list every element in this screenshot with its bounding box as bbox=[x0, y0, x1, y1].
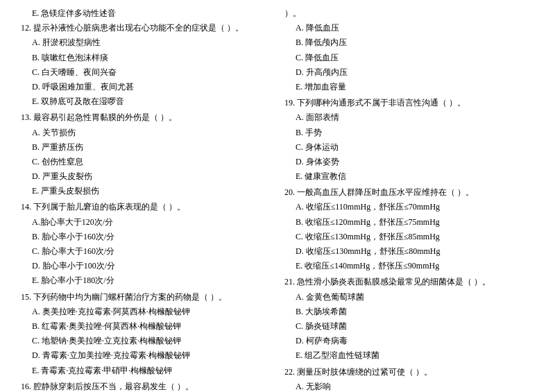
question-12: 12. 提示补液性心脏病患者出现右心功能不全的症状是（ ）。 A. 肝淤积波型病… bbox=[21, 22, 271, 108]
list-item: E. 青霉素·克拉霉素·甲硝甲·枸橼酸铋钾 bbox=[21, 364, 271, 377]
question-19: 19. 下列哪种沟通形式不属于非语言性沟通（ ）。 A. 面部表情 B. 手势 … bbox=[284, 96, 534, 183]
left-column: E. 急镁症伴多动性述音 12. 提示补液性心脏病患者出现右心功能不全的症状是（… bbox=[21, 7, 278, 392]
list-item: A. 金黄色葡萄球菌 bbox=[284, 291, 534, 304]
question-21: 21. 急性滑小肠炎表面黏膜感染最常见的细菌体是（ ）。 A. 金黄色葡萄球菌 … bbox=[284, 275, 534, 362]
continuation-text: ）。 bbox=[284, 7, 534, 20]
list-item: E. 胎心率小于180次/分 bbox=[21, 274, 271, 287]
list-item: D. 身体姿势 bbox=[284, 155, 534, 169]
list-item: E. 健康宣教信 bbox=[284, 170, 534, 183]
list-item: A.胎心率大于120次/分 bbox=[21, 216, 271, 229]
list-item: E. 急镁症伴多动性述音 bbox=[21, 7, 271, 20]
question-text: 13. 最容易引起急性胃黏膜的外伤是（ ）。 bbox=[21, 111, 271, 124]
question-text: 20. 一般高血压人群降压时血压水平应维持在（ ）。 bbox=[284, 186, 534, 199]
list-item: B. 大肠埃希菌 bbox=[284, 305, 534, 318]
list-item: E. 增加血容量 bbox=[284, 80, 534, 94]
question-16: 16. 腔静脉穿刺后按压不当，最容易发生（ ）。 A. 血栓 B. 局部血肿 C… bbox=[21, 380, 271, 392]
q18-options: A. 降低血压 B. 降低颅内压 C. 降低血压 D. 升高颅内压 E. 增加血… bbox=[284, 22, 534, 94]
list-item: A. 面部表情 bbox=[284, 111, 534, 124]
list-item: D. 胎心率小于100次/分 bbox=[21, 259, 271, 273]
question-15: 15. 下列药物中均为幽门螺杆菌治疗方案的药物是（ ）。 A. 奥美拉唑·克拉霉… bbox=[21, 291, 271, 377]
list-item: D. 呼吸困难加重、夜间尤甚 bbox=[21, 80, 271, 94]
question-text: 14. 下列属于胎儿窘迫的临床表现的是（ ）。 bbox=[21, 201, 271, 214]
question-text: 22. 测量压时肢体缠绕的过紧可使（ ）。 bbox=[284, 366, 534, 379]
list-item: B. 红霉素·奥美拉唑·何莫西林·枸橼酸铋钾 bbox=[21, 320, 271, 333]
list-item: D. 收缩压≤130mmHg，舒张压≤80mmHg bbox=[284, 245, 534, 258]
list-item: E. 双肺底可及散在湿啰音 bbox=[21, 95, 271, 108]
question-13: 13. 最容易引起急性胃黏膜的外伤是（ ）。 A. 关节损伤 B. 严重挤压伤 … bbox=[21, 111, 271, 198]
question-20: 20. 一般高血压人群降压时血压水平应维持在（ ）。 A. 收缩压≤110mmH… bbox=[284, 186, 534, 273]
question-text: 15. 下列药物中均为幽门螺杆菌治疗方案的药物是（ ）。 bbox=[21, 291, 271, 304]
list-item: D. 严重头皮裂伤 bbox=[21, 170, 271, 183]
list-item: A. 关节损伤 bbox=[21, 126, 271, 139]
list-item: E. 组乙型溶血性链球菌 bbox=[284, 349, 534, 362]
list-item: C. 肠炎链球菌 bbox=[284, 320, 534, 333]
list-item: C. 胎心率大于160次/分 bbox=[21, 245, 271, 258]
question-text: 19. 下列哪种沟通形式不属于非语言性沟通（ ）。 bbox=[284, 96, 534, 110]
question-text: 12. 提示补液性心脏病患者出现右心功能不全的症状是（ ）。 bbox=[21, 22, 271, 35]
list-item: B. 严重挤压伤 bbox=[21, 141, 271, 154]
list-item: D. 青霉素·立加美拉唑·克拉霉素·枸橼酸铋钾 bbox=[21, 349, 271, 362]
list-item: E. 收缩压≤140mmHg，舒张压≤90mmHg bbox=[284, 259, 534, 273]
list-item: C. 降低血压 bbox=[284, 51, 534, 65]
list-item: C. 地塑钠·奥美拉唑·立克拉素·枸橼酸铋钾 bbox=[21, 334, 271, 348]
question-14: 14. 下列属于胎儿窘迫的临床表现的是（ ）。 A.胎心率大于120次/分 B.… bbox=[21, 201, 271, 287]
right-column: ）。 A. 降低血压 B. 降低颅内压 C. 降低血压 D. 升高颅内压 E. … bbox=[278, 7, 534, 392]
list-item: B. 手势 bbox=[284, 126, 534, 139]
list-item: C. 身体运动 bbox=[284, 141, 534, 154]
list-item: C. 收缩压≤130mmHg，舒张压≤85mmHg bbox=[284, 230, 534, 244]
list-item: B. 咳嗽红色泡沫样痰 bbox=[21, 51, 271, 65]
list-item: C. 白天嗜睡、夜间兴奋 bbox=[21, 66, 271, 79]
list-item: C. 创伤性窒息 bbox=[21, 155, 271, 169]
list-item: E. 严重头皮裂损伤 bbox=[21, 185, 271, 198]
list-item: D. 升高颅内压 bbox=[284, 66, 534, 79]
list-item: D. 柯萨奇病毒 bbox=[284, 334, 534, 348]
list-item: B. 收缩压≤120mmHg，舒张压≤75mmHg bbox=[284, 216, 534, 229]
list-item: A. 肝淤积波型病性 bbox=[21, 36, 271, 49]
question-text: 21. 急性滑小肠炎表面黏膜感染最常见的细菌体是（ ）。 bbox=[284, 275, 534, 289]
content-area: E. 急镁症伴多动性述音 12. 提示补液性心脏病患者出现右心功能不全的症状是（… bbox=[21, 7, 534, 392]
list-item: B. 降低颅内压 bbox=[284, 36, 534, 49]
question-text: 16. 腔静脉穿刺后按压不当，最容易发生（ ）。 bbox=[21, 380, 271, 392]
page: E. 急镁症伴多动性述音 12. 提示补液性心脏病患者出现右心功能不全的症状是（… bbox=[21, 7, 534, 392]
list-item: A. 降低血压 bbox=[284, 22, 534, 35]
question-22: 22. 测量压时肢体缠绕的过紧可使（ ）。 A. 无影响 B. 收缩压偏低 C.… bbox=[284, 366, 534, 393]
list-item: A. 无影响 bbox=[284, 380, 534, 392]
list-item: B. 胎心率小于160次/分 bbox=[21, 230, 271, 244]
list-item: A. 奥美拉唑·克拉霉素·阿莫西林·枸橼酸铋钾 bbox=[21, 305, 271, 318]
list-item: A. 收缩压≤110mmHg，舒张压≤70mmHg bbox=[284, 201, 534, 214]
